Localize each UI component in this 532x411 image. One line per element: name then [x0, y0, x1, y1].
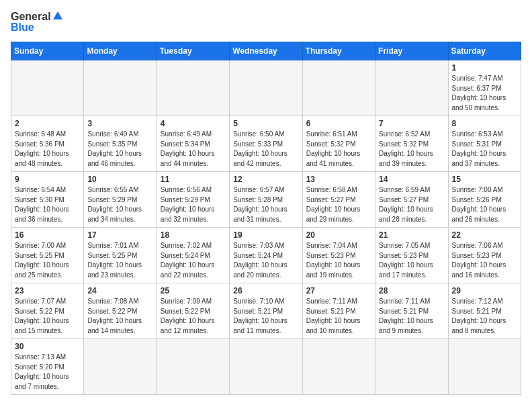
calendar: SundayMondayTuesdayWednesdayThursdayFrid…	[11, 42, 521, 395]
day-info: Sunrise: 6:51 AM Sunset: 5:32 PM Dayligh…	[306, 130, 371, 169]
calendar-cell: 30Sunrise: 7:13 AM Sunset: 5:20 PM Dayli…	[11, 339, 84, 395]
day-info: Sunrise: 7:04 AM Sunset: 5:23 PM Dayligh…	[306, 241, 371, 280]
day-info: Sunrise: 6:58 AM Sunset: 5:27 PM Dayligh…	[306, 185, 371, 224]
day-info: Sunrise: 6:53 AM Sunset: 5:31 PM Dayligh…	[452, 130, 517, 169]
calendar-cell: 13Sunrise: 6:58 AM Sunset: 5:27 PM Dayli…	[302, 172, 375, 228]
day-number: 27	[306, 286, 371, 295]
day-number: 19	[233, 230, 298, 240]
day-number: 17	[87, 230, 152, 240]
day-info: Sunrise: 6:49 AM Sunset: 5:35 PM Dayligh…	[87, 130, 152, 169]
day-number: 1	[452, 63, 517, 73]
weekday-header-sunday: Sunday	[11, 42, 84, 60]
calendar-cell: 2Sunrise: 6:48 AM Sunset: 5:36 PM Daylig…	[11, 116, 84, 172]
calendar-cell: 29Sunrise: 7:12 AM Sunset: 5:21 PM Dayli…	[448, 283, 521, 339]
logo: General Blue	[11, 11, 62, 34]
calendar-week-4: 23Sunrise: 7:07 AM Sunset: 5:22 PM Dayli…	[11, 283, 521, 339]
day-number: 11	[161, 175, 226, 184]
calendar-cell: 23Sunrise: 7:07 AM Sunset: 5:22 PM Dayli…	[11, 283, 84, 339]
day-info: Sunrise: 7:03 AM Sunset: 5:24 PM Dayligh…	[233, 241, 298, 280]
calendar-cell: 6Sunrise: 6:51 AM Sunset: 5:32 PM Daylig…	[302, 116, 375, 172]
calendar-cell	[302, 339, 375, 395]
calendar-cell: 21Sunrise: 7:05 AM Sunset: 5:23 PM Dayli…	[375, 228, 448, 283]
day-number: 15	[452, 175, 517, 184]
day-info: Sunrise: 6:50 AM Sunset: 5:33 PM Dayligh…	[233, 130, 298, 169]
day-number: 30	[15, 342, 80, 351]
day-info: Sunrise: 7:12 AM Sunset: 5:21 PM Dayligh…	[452, 297, 517, 336]
day-number: 9	[15, 175, 80, 184]
day-number: 20	[306, 230, 371, 240]
calendar-cell	[157, 60, 229, 116]
day-info: Sunrise: 7:06 AM Sunset: 5:23 PM Dayligh…	[452, 241, 517, 280]
page-header: General Blue	[11, 11, 521, 34]
calendar-cell: 18Sunrise: 7:02 AM Sunset: 5:24 PM Dayli…	[157, 228, 229, 283]
day-info: Sunrise: 7:05 AM Sunset: 5:23 PM Dayligh…	[379, 241, 444, 280]
calendar-cell: 28Sunrise: 7:11 AM Sunset: 5:21 PM Dayli…	[375, 283, 448, 339]
weekday-header-friday: Friday	[375, 42, 448, 60]
calendar-cell: 20Sunrise: 7:04 AM Sunset: 5:23 PM Dayli…	[302, 228, 375, 283]
calendar-week-3: 16Sunrise: 7:00 AM Sunset: 5:25 PM Dayli…	[11, 228, 521, 283]
day-number: 22	[452, 230, 517, 240]
calendar-cell: 27Sunrise: 7:11 AM Sunset: 5:21 PM Dayli…	[302, 283, 375, 339]
day-info: Sunrise: 7:11 AM Sunset: 5:21 PM Dayligh…	[379, 297, 444, 336]
calendar-cell	[302, 60, 375, 116]
day-info: Sunrise: 7:00 AM Sunset: 5:26 PM Dayligh…	[452, 185, 517, 224]
calendar-cell	[157, 339, 229, 395]
calendar-cell: 11Sunrise: 6:56 AM Sunset: 5:29 PM Dayli…	[157, 172, 229, 228]
day-info: Sunrise: 7:11 AM Sunset: 5:21 PM Dayligh…	[306, 297, 371, 336]
day-number: 24	[87, 286, 152, 295]
calendar-cell: 19Sunrise: 7:03 AM Sunset: 5:24 PM Dayli…	[230, 228, 302, 283]
day-info: Sunrise: 7:09 AM Sunset: 5:22 PM Dayligh…	[161, 297, 226, 336]
day-number: 26	[233, 286, 298, 295]
day-number: 23	[15, 286, 80, 295]
day-info: Sunrise: 7:01 AM Sunset: 5:25 PM Dayligh…	[87, 241, 152, 280]
day-info: Sunrise: 6:49 AM Sunset: 5:34 PM Dayligh…	[161, 130, 226, 169]
logo-blue: Blue	[11, 21, 62, 34]
calendar-cell: 25Sunrise: 7:09 AM Sunset: 5:22 PM Dayli…	[157, 283, 229, 339]
calendar-cell: 16Sunrise: 7:00 AM Sunset: 5:25 PM Dayli…	[11, 228, 84, 283]
calendar-cell: 26Sunrise: 7:10 AM Sunset: 5:21 PM Dayli…	[230, 283, 302, 339]
weekday-header-tuesday: Tuesday	[157, 42, 229, 60]
day-number: 18	[161, 230, 226, 240]
calendar-cell: 8Sunrise: 6:53 AM Sunset: 5:31 PM Daylig…	[448, 116, 521, 172]
logo-triangle-icon	[53, 11, 62, 20]
calendar-cell	[375, 339, 448, 395]
day-info: Sunrise: 7:02 AM Sunset: 5:24 PM Dayligh…	[161, 241, 226, 280]
day-number: 5	[233, 119, 298, 128]
calendar-week-1: 2Sunrise: 6:48 AM Sunset: 5:36 PM Daylig…	[11, 116, 521, 172]
day-number: 3	[87, 119, 152, 128]
weekday-header-thursday: Thursday	[302, 42, 375, 60]
day-info: Sunrise: 6:59 AM Sunset: 5:27 PM Dayligh…	[379, 185, 444, 224]
day-number: 28	[379, 286, 444, 295]
day-info: Sunrise: 6:54 AM Sunset: 5:30 PM Dayligh…	[15, 185, 80, 224]
day-number: 29	[452, 286, 517, 295]
logo-text-block: General Blue	[11, 11, 62, 34]
weekday-header-monday: Monday	[84, 42, 157, 60]
day-info: Sunrise: 6:55 AM Sunset: 5:29 PM Dayligh…	[87, 185, 152, 224]
day-number: 4	[161, 119, 226, 128]
day-number: 6	[306, 119, 371, 128]
calendar-cell: 1Sunrise: 7:47 AM Sunset: 6:37 PM Daylig…	[448, 60, 521, 116]
day-number: 14	[379, 175, 444, 184]
day-info: Sunrise: 7:10 AM Sunset: 5:21 PM Dayligh…	[233, 297, 298, 336]
day-number: 12	[233, 175, 298, 184]
calendar-cell: 22Sunrise: 7:06 AM Sunset: 5:23 PM Dayli…	[448, 228, 521, 283]
day-info: Sunrise: 6:56 AM Sunset: 5:29 PM Dayligh…	[161, 185, 226, 224]
calendar-week-2: 9Sunrise: 6:54 AM Sunset: 5:30 PM Daylig…	[11, 172, 521, 228]
calendar-cell: 5Sunrise: 6:50 AM Sunset: 5:33 PM Daylig…	[230, 116, 302, 172]
calendar-cell	[448, 339, 521, 395]
calendar-cell: 4Sunrise: 6:49 AM Sunset: 5:34 PM Daylig…	[157, 116, 229, 172]
day-info: Sunrise: 6:48 AM Sunset: 5:36 PM Dayligh…	[15, 130, 80, 169]
calendar-header: SundayMondayTuesdayWednesdayThursdayFrid…	[11, 42, 521, 60]
calendar-cell: 3Sunrise: 6:49 AM Sunset: 5:35 PM Daylig…	[84, 116, 157, 172]
day-info: Sunrise: 6:57 AM Sunset: 5:28 PM Dayligh…	[233, 185, 298, 224]
calendar-cell	[230, 60, 302, 116]
calendar-cell	[84, 339, 157, 395]
calendar-cell: 24Sunrise: 7:08 AM Sunset: 5:22 PM Dayli…	[84, 283, 157, 339]
day-info: Sunrise: 7:47 AM Sunset: 6:37 PM Dayligh…	[452, 74, 517, 113]
calendar-cell: 10Sunrise: 6:55 AM Sunset: 5:29 PM Dayli…	[84, 172, 157, 228]
calendar-cell: 9Sunrise: 6:54 AM Sunset: 5:30 PM Daylig…	[11, 172, 84, 228]
weekday-header-saturday: Saturday	[448, 42, 521, 60]
calendar-cell: 17Sunrise: 7:01 AM Sunset: 5:25 PM Dayli…	[84, 228, 157, 283]
day-number: 8	[452, 119, 517, 128]
calendar-cell	[11, 60, 84, 116]
